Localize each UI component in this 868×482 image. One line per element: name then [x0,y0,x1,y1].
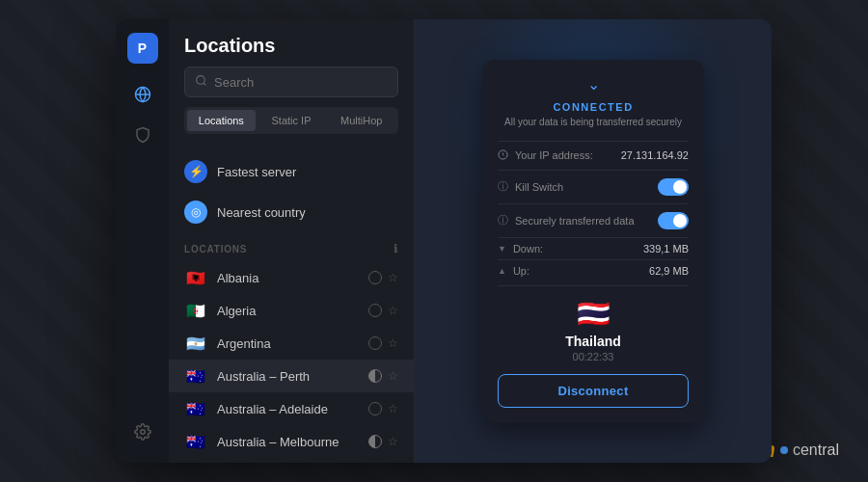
ip-value: 27.131.164.92 [621,149,689,161]
algeria-radio[interactable] [368,304,382,317]
page-title: Locations [184,35,398,57]
algeria-star[interactable]: ☆ [388,304,398,317]
aus-melbourne-name: Australia – Melbourne [217,435,359,449]
tab-multihop[interactable]: MultiHop [327,110,395,131]
search-icon [195,74,207,90]
albania-actions: ☆ [368,271,398,284]
algeria-actions: ☆ [368,304,398,317]
section-label-row: LOCATIONS ℹ [169,232,414,261]
down-icon: ▼ [498,244,506,254]
aus-adelaide-name: Australia – Adelaide [217,402,359,416]
ip-icon [498,149,508,162]
argentina-name: Argentina [217,336,359,351]
connection-status: CONNECTED [498,101,689,113]
sidebar-item-settings[interactable] [125,415,160,449]
section-info-icon[interactable]: ℹ [393,242,398,255]
down-label: Down: [513,243,543,254]
connected-card: ⌄ CONNECTED All your data is being trans… [482,60,704,423]
tab-static-ip[interactable]: Static IP [258,110,326,131]
kill-switch-label: Kill Switch [515,181,563,193]
fastest-server-item[interactable]: ⚡ Fastest server [169,151,414,192]
kill-switch-toggle[interactable] [658,178,689,196]
locations-list: ⚡ Fastest server ◎ Nearest country LOCAT… [169,144,414,463]
albania-flag: 🇦🇱 [184,269,207,286]
svg-point-3 [197,76,205,85]
list-item[interactable]: 🇦🇺 Australia – Melbourne ☆ [169,425,414,458]
albania-radio[interactable] [368,271,382,284]
fastest-server-label: Fastest server [217,165,296,179]
list-item[interactable]: 🇦🇺 Australia – Perth ☆ [169,360,414,392]
sidebar-item-locations[interactable] [125,77,160,112]
argentina-radio[interactable] [368,336,382,350]
app-window: P Locations [116,19,772,463]
card-arrow-icon: ⌄ [498,75,689,94]
albania-name: Albania [217,271,359,285]
fastest-server-icon: ⚡ [184,160,207,183]
aus-perth-flag: 🇦🇺 [184,367,207,385]
up-row: ▲ Up: 62,9 MB [498,259,689,281]
nearest-country-item[interactable]: ◎ Nearest country [169,192,414,232]
right-panel: ⌄ CONNECTED All your data is being trans… [415,19,772,463]
country-section: 🇹🇭 Thailand 00:22:33 Disconnect [498,285,689,408]
aus-melbourne-star[interactable]: ☆ [388,435,398,448]
down-row: ▼ Down: 339,1 MB [498,237,689,259]
locations-panel: Locations Locations Static IP MultiHop [169,19,415,463]
list-item[interactable]: 🇦🇱 Albania ☆ [169,261,414,294]
aus-adelaide-actions: ☆ [368,402,398,415]
aus-adelaide-radio[interactable] [368,402,382,415]
albania-star[interactable]: ☆ [388,271,398,284]
aus-perth-radio[interactable] [368,369,382,383]
secure-transfer-toggle[interactable] [658,212,689,229]
argentina-star[interactable]: ☆ [388,336,398,350]
brand-central-text: central [793,442,839,459]
list-item[interactable]: 🇩🇿 Algeria ☆ [169,294,414,327]
svg-point-2 [140,430,145,435]
list-item[interactable]: 🇦🇺 Australia – Adelaide ☆ [169,392,414,425]
ip-label: Your IP address: [515,149,593,161]
svg-line-4 [203,83,205,85]
secure-transfer-row: ⓘ Securely transferred data [498,203,689,237]
up-label: Up: [513,265,529,277]
tab-bar: Locations Static IP MultiHop [184,107,398,134]
argentina-actions: ☆ [368,336,398,350]
locations-header: Locations Locations Static IP MultiHop [169,19,414,144]
connection-time: 00:22:33 [498,351,689,362]
kill-switch-icon: ⓘ [498,179,508,194]
secure-transfer-icon: ⓘ [498,213,508,228]
aus-perth-star[interactable]: ☆ [388,369,398,383]
aus-adelaide-star[interactable]: ☆ [388,402,398,415]
down-value: 339,1 MB [643,243,689,254]
list-item[interactable]: 🇦🇺 Australia – Brisbane ☆ [169,458,414,463]
aus-perth-name: Australia – Perth [217,369,359,384]
list-item[interactable]: 🇦🇷 Argentina ☆ [169,327,414,360]
argentina-flag: 🇦🇷 [184,335,207,352]
algeria-flag: 🇩🇿 [184,302,207,319]
sidebar: P [116,19,169,463]
nearest-country-label: Nearest country [217,205,306,220]
secure-transfer-label: Securely transferred data [515,215,635,227]
aus-melbourne-radio[interactable] [368,435,382,448]
country-flag: 🇹🇭 [498,298,689,330]
tab-locations[interactable]: Locations [187,110,256,131]
algeria-name: Algeria [217,304,359,318]
disconnect-button[interactable]: Disconnect [498,374,689,408]
aus-melbourne-actions: ☆ [368,435,398,448]
connection-description: All your data is being transferred secur… [498,117,689,127]
sidebar-item-security[interactable] [125,118,160,152]
kill-switch-row: ⓘ Kill Switch [498,170,689,203]
section-label: LOCATIONS [184,244,247,254]
search-input[interactable] [214,75,388,90]
nearest-country-icon: ◎ [184,201,207,224]
aus-perth-actions: ☆ [368,369,398,383]
app-logo: P [127,33,158,64]
up-value: 62,9 MB [649,265,689,277]
up-icon: ▲ [498,266,506,276]
brand-dot [780,446,788,454]
country-name: Thailand [498,334,689,349]
aus-adelaide-flag: 🇦🇺 [184,400,207,417]
aus-melbourne-flag: 🇦🇺 [184,433,207,450]
ip-row: Your IP address: 27.131.164.92 [498,141,689,170]
search-bar[interactable] [184,67,398,97]
